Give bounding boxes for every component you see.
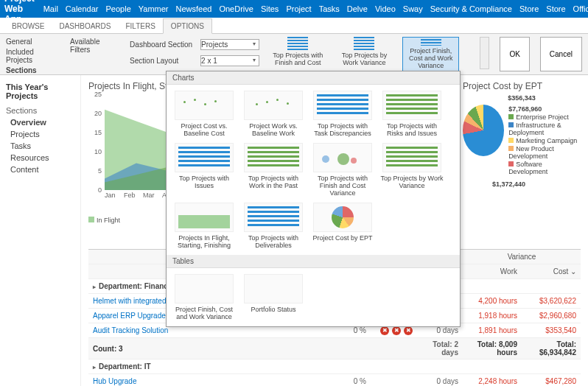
dp-chart-3-label: Top Projects with Risks and Issues [387,122,437,137]
nav-content[interactable]: Content [6,164,74,175]
col-work[interactable]: Work [463,265,522,278]
dp-chart-5-label: Top Projects with Work in the Past [248,175,298,189]
nav-store2[interactable]: Store [546,4,565,13]
row-cost: $3,620,622 [522,295,581,307]
nav-tasks[interactable]: Tasks [319,4,340,13]
pie-chart-panel: Project Cost by EPT $356,343 $7,768,960 … [463,81,581,188]
ytick: 20 [94,110,102,117]
dp-table-1[interactable]: Portfolio Status [240,273,307,322]
rb-included[interactable]: Included Projects [6,47,60,65]
dashboard-section-label: Dashboard Section [130,41,196,49]
ribbon-left-group: General Included Projects Sections [6,37,60,71]
dp-chart-9[interactable]: Top Projects with Deliverables [240,201,307,250]
nav-sites[interactable]: Sites [261,4,279,13]
row-cost: $353,540 [522,324,581,337]
ytick: 5 [98,167,102,175]
dp-chart-2-label: Top Projects with Task Discrepancies [314,122,371,137]
section-layout-label: Section Layout [130,57,196,65]
rb-general[interactable]: General [6,37,60,46]
nav-store[interactable]: Store [519,4,539,13]
dp-chart-9-label: Top Projects with Deliverables [248,234,298,249]
nav-tasks2[interactable]: Tasks [6,140,74,152]
dp-chart-7[interactable]: Top Projects by Work Variance [379,141,445,198]
nav-newsfeed[interactable]: Newsfeed [176,4,212,13]
suite-nav: Mail Calendar People Yammer Newsfeed One… [43,4,588,13]
row-cost: $467,280 [522,375,581,386]
ytick: 0 [98,186,102,194]
nav-calendar[interactable]: Calendar [66,4,99,13]
ok-button[interactable]: OK [500,37,529,71]
nav-office[interactable]: Office.com [573,4,588,13]
row-work: 1,918 hours [463,309,522,322]
nav-sway[interactable]: Sway [403,4,423,13]
pie-callout-3: $1,372,440 [492,180,581,188]
caret-icon: ▸ [93,364,96,371]
ytick: 10 [94,148,102,155]
ribbon-chart-2[interactable]: Top Projects by Work Variance [336,37,392,71]
dp-table-0[interactable]: Project Finish, Cost and Work Variance [171,273,237,322]
tab-browse[interactable]: BROWSE [4,19,52,33]
nav-projects[interactable]: Projects [6,128,74,140]
ribbon-chart-3-label: Project Finish, Cost and Work Variance [405,47,456,69]
rb-available-filters[interactable]: Available Filters [70,37,119,55]
cancel-button[interactable]: Cancel [540,37,582,71]
dp-chart-0[interactable]: Project Cost vs. Baseline Cost [171,89,237,138]
total-days: Total: 2 days [422,338,463,359]
dashboard-section-dropdown[interactable]: Projects [200,39,259,50]
nav-people[interactable]: People [106,4,131,13]
nav-overview[interactable]: Overview [6,116,74,128]
ytick: 25 [94,91,102,98]
nav-mail[interactable]: Mail [43,4,58,13]
dp-chart-1[interactable]: Project Work vs. Baseline Work [240,89,307,138]
row-pct: 0 % [341,375,371,386]
dp-chart-3[interactable]: Top Projects with Risks and Issues [379,89,445,138]
left-section-label: Sections [6,106,74,115]
nav-yammer[interactable]: Yammer [139,4,169,13]
ribbon-chart-3[interactable]: Project Finish, Cost and Work Variance [402,37,458,71]
dp-chart-0-label: Project Cost vs. Baseline Cost [181,122,227,137]
row-days: 0 days [422,375,463,386]
rb-sections[interactable]: Sections [6,66,60,75]
pie-legend: $7,768,960 Enterprise Project Infrastruc… [508,105,581,176]
group-total: Count: 3 Total: 2 days Total: 8,009 hour… [88,338,581,359]
chart-gallery-dropdown: Charts Project Cost vs. Baseline Cost Pr… [166,71,461,327]
nav-project[interactable]: Project [286,4,311,13]
legend-inflight: In Flight [97,217,120,224]
ribbon-gallery-scroll[interactable] [480,37,489,69]
dp-table-0-label: Project Finish, Cost and Work Variance [175,306,233,320]
bar-chart-icon [287,37,308,50]
dp-chart-10[interactable]: Project Cost by EPT [309,201,376,250]
section-layout-dropdown[interactable]: 2 x 1 [200,55,259,66]
error-icon: ✖ [404,326,413,335]
row-work: 2,248 hours [463,375,522,386]
row-name[interactable]: Hub Upgrade [88,375,341,386]
dp-chart-5[interactable]: Top Projects with Work in the Past [240,141,307,198]
dp-chart-4-label: Top Projects with Issues [179,175,229,189]
dp-chart-8-label: Projects In Flight, Starting, Finishing [178,234,231,249]
ribbon: General Included Projects Sections Avail… [0,34,588,75]
col-cost[interactable]: Cost ⌄ [522,265,581,278]
nav-resources[interactable]: Resources [6,152,74,164]
dp-chart-4[interactable]: Top Projects with Issues [171,141,237,198]
dp-charts-grid: Project Cost vs. Baseline Cost Project W… [167,85,460,255]
tab-dashboards[interactable]: DASHBOARDS [52,19,118,33]
xtick: Mar [143,192,162,199]
count-label: Count: 3 [88,343,341,355]
group-it[interactable]: ▸Department: IT [88,359,581,374]
nav-onedrive[interactable]: OneDrive [219,4,253,13]
nav-video[interactable]: Video [375,4,396,13]
tab-options[interactable]: OPTIONS [163,18,212,34]
nav-delve[interactable]: Delve [347,4,368,13]
ribbon-chart-1[interactable]: Top Projects with Finish and Cost [270,37,326,71]
dp-chart-2[interactable]: Top Projects with Task Discrepancies [309,89,376,138]
pie-title: Project Cost by EPT [463,81,581,91]
left-nav: This Year's Projects Sections Overview P… [0,75,81,386]
dp-chart-8[interactable]: Projects In Flight, Starting, Finishing [171,201,237,250]
pie-icon [463,105,504,156]
nav-security[interactable]: Security & Compliance [430,4,512,13]
error-icon: ✖ [380,326,389,335]
tab-filters[interactable]: FILTERS [118,19,162,33]
pie-leg-0: Enterprise Project [516,113,569,121]
dp-chart-6[interactable]: Top Projects with Finish and Cost Varian… [309,141,376,198]
ribbon-filters-col: Available Filters [70,37,119,71]
